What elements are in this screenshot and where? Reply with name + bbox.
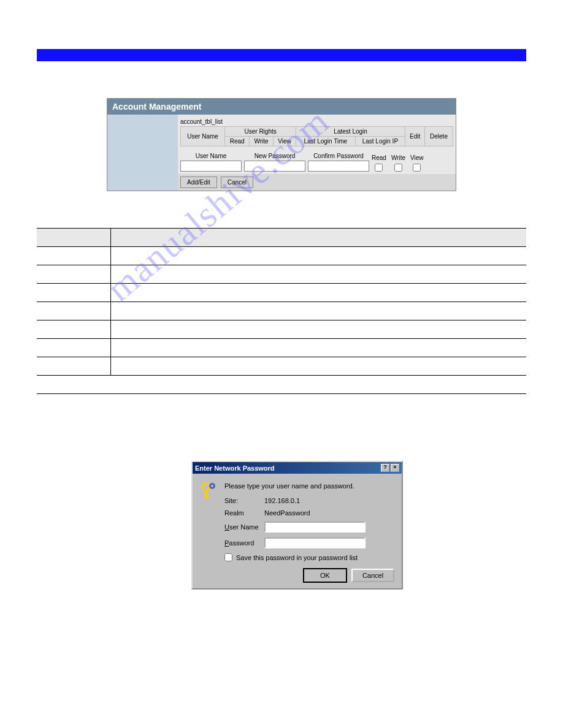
read-checkbox-label: Read [372, 154, 386, 161]
header-latest-login: Latest Login [296, 127, 405, 137]
password-dialog: Enter Network Password ? × Please type y… [191, 461, 403, 590]
site-label: Site: [224, 497, 264, 504]
svg-point-4 [211, 485, 213, 487]
save-password-label: Save this password in your password list [236, 554, 358, 561]
description-table [37, 228, 526, 394]
save-password-checkbox[interactable] [224, 553, 232, 561]
view-checkbox[interactable] [413, 164, 421, 172]
dialog-username-label: User Name [224, 523, 264, 531]
key-icon [200, 482, 218, 582]
header-last-login-time: Last Login Time [296, 137, 356, 146]
site-value: 192.168.0.1 [264, 497, 300, 504]
dialog-username-input[interactable] [264, 521, 366, 533]
dialog-title: Enter Network Password [195, 464, 275, 472]
header-delete: Delete [425, 127, 453, 146]
dialog-titlebar: Enter Network Password ? × [193, 462, 402, 474]
header-user-rights: User Rights [225, 127, 296, 137]
account-management-panel: Account Management account_tbl_list User… [107, 98, 456, 191]
confirm-password-input[interactable] [308, 161, 369, 172]
panel-sidebar [107, 115, 178, 174]
panel-title: Account Management [107, 99, 456, 115]
form-newpassword-label: New Password [255, 153, 296, 159]
view-checkbox-label: View [410, 154, 424, 161]
form-confirmpassword-label: Confirm Password [313, 153, 364, 159]
dialog-message: Please type your user name and password. [224, 482, 394, 490]
write-checkbox[interactable] [394, 164, 402, 172]
account-header-table: User Name User Rights Latest Login Edit … [180, 126, 453, 146]
form-username-label: User Name [196, 153, 227, 159]
ok-button[interactable]: OK [304, 569, 347, 582]
close-icon[interactable]: × [391, 464, 399, 472]
realm-value: NeedPassword [264, 509, 310, 517]
header-view: View [274, 137, 296, 146]
blue-banner [37, 49, 526, 61]
realm-label: Realm [224, 509, 264, 517]
header-last-login-ip: Last Login IP [355, 137, 405, 146]
header-username: User Name [181, 127, 225, 146]
header-edit: Edit [405, 127, 425, 146]
new-password-input[interactable] [244, 161, 305, 172]
dialog-password-input[interactable] [264, 537, 366, 548]
header-read: Read [225, 137, 250, 146]
username-input[interactable] [180, 161, 242, 172]
svg-point-0 [202, 483, 210, 491]
cancel-button[interactable]: Cancel [221, 176, 253, 188]
write-checkbox-label: Write [391, 154, 405, 161]
svg-rect-2 [205, 496, 209, 498]
dialog-cancel-button[interactable]: Cancel [351, 569, 394, 582]
help-icon[interactable]: ? [381, 464, 389, 472]
add-edit-button[interactable]: Add/Edit [180, 176, 217, 188]
account-list-label: account_tbl_list [180, 117, 453, 126]
header-write: Write [250, 137, 274, 146]
account-form-row: User Name New Password Confirm Password … [180, 153, 453, 172]
dialog-password-label: Password [224, 539, 264, 547]
read-checkbox[interactable] [375, 164, 383, 172]
